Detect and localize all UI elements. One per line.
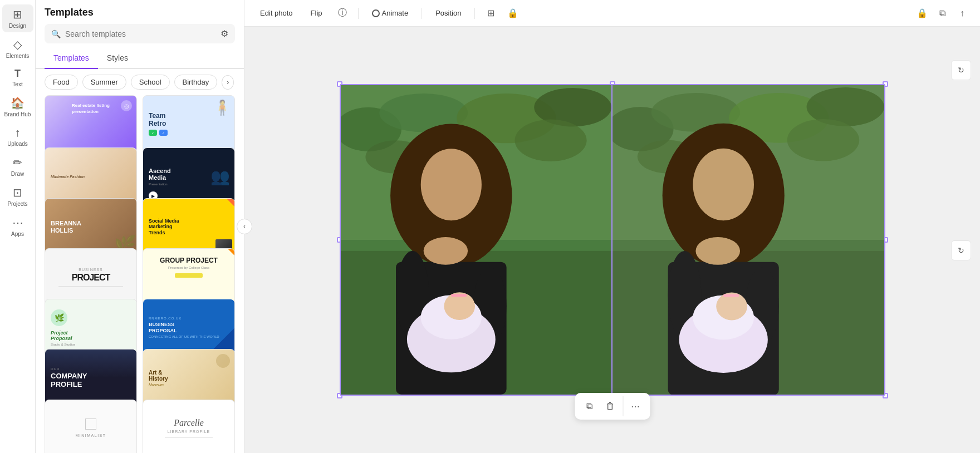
card-company-title: COMPANYPROFILE bbox=[51, 372, 87, 388]
sidebar-label-projects: Projects bbox=[7, 201, 27, 207]
bottom-actions-bar: ⧉ 🗑 ⋯ bbox=[575, 393, 650, 420]
card-group-corner bbox=[228, 249, 234, 255]
panel-header: Templates 🔍 ⚙ bbox=[36, 0, 244, 48]
lock-top-button[interactable]: 🔒 bbox=[913, 4, 931, 22]
sidebar-item-elements[interactable]: ◇ Elements bbox=[2, 35, 33, 62]
template-card-ascend-media[interactable]: AscendMedia Presentation ▶ 👥 bbox=[143, 147, 235, 205]
template-grid: Real estate listingpresentation ◎ TeamRe… bbox=[36, 95, 244, 453]
lock-icon-button[interactable]: 🔒 bbox=[504, 4, 522, 22]
panel-collapse-button[interactable]: ‹ bbox=[237, 219, 252, 234]
edit-photo-button[interactable]: Edit photo bbox=[253, 6, 300, 21]
card-proposal-sub: CONNECTING ALL OF US WITH THE WORLD bbox=[149, 335, 219, 338]
upload-top-button[interactable]: ↑ bbox=[953, 4, 971, 22]
sidebar-label-brand-hub: Brand Hub bbox=[4, 111, 31, 117]
search-input[interactable] bbox=[65, 29, 216, 38]
sidebar-item-projects[interactable]: ⊡ Projects bbox=[2, 183, 33, 210]
copy-top-button[interactable]: ⧉ bbox=[933, 4, 951, 22]
template-card-project-proposal[interactable]: 🌿 ProjectProposal Studio & Studios bbox=[45, 299, 137, 357]
delete-action-button[interactable]: 🗑 bbox=[600, 396, 620, 416]
copy-action-button[interactable]: ⧉ bbox=[579, 396, 599, 416]
template-card-minimalist[interactable]: MINIMALIST bbox=[45, 400, 137, 453]
photo-right-svg bbox=[612, 85, 884, 395]
chip-summer[interactable]: Summer bbox=[82, 75, 126, 90]
canvas-container bbox=[340, 84, 885, 396]
template-card-group-project[interactable]: GROUP PROJECT Presented by College Class bbox=[143, 248, 235, 306]
card-project-icon: 🌿 bbox=[51, 309, 67, 326]
card-business-big: PROJECT bbox=[72, 273, 110, 283]
svg-rect-17 bbox=[451, 294, 467, 297]
refresh-right-button[interactable]: ↻ bbox=[951, 60, 971, 80]
search-icon: 🔍 bbox=[51, 29, 61, 38]
sidebar-item-design[interactable]: ⊞ Design bbox=[2, 4, 33, 32]
card-ascend-title: AscendMedia bbox=[149, 168, 171, 181]
animate-circle-icon bbox=[372, 9, 380, 17]
info-icon-button[interactable]: ⓘ bbox=[334, 4, 351, 22]
text-icon: T bbox=[14, 68, 21, 80]
template-card-fashion[interactable]: Minimade Fashion bbox=[45, 147, 137, 205]
brand-hub-icon: 🏠 bbox=[11, 96, 24, 110]
action-divider bbox=[623, 396, 623, 416]
main-area: Edit photo Flip ⓘ Animate Position ⊞ 🔒 🔒… bbox=[244, 0, 980, 453]
svg-point-26 bbox=[787, 119, 859, 161]
tab-templates[interactable]: Templates bbox=[45, 48, 98, 69]
canvas-area: ↻ ↻ bbox=[244, 27, 980, 453]
chip-school[interactable]: School bbox=[131, 75, 170, 90]
position-button[interactable]: Position bbox=[429, 6, 468, 21]
filter-icon[interactable]: ⚙ bbox=[220, 28, 228, 39]
sidebar-label-uploads: Uploads bbox=[7, 141, 28, 147]
sidebar-item-brand-hub[interactable]: 🏠 Brand Hub bbox=[2, 93, 33, 121]
template-card-business-project[interactable]: BUSINESS PROJECT bbox=[45, 248, 137, 306]
card-business-line bbox=[58, 286, 122, 287]
card-business-label: BUSINESS bbox=[79, 268, 102, 272]
card-art-circle bbox=[216, 354, 230, 368]
tab-styles[interactable]: Styles bbox=[98, 48, 137, 69]
card-project-title: ProjectProposal bbox=[51, 330, 72, 341]
panel-title: Templates bbox=[45, 7, 235, 18]
card-proposal-site: RNMERO.CO.UK bbox=[149, 317, 182, 320]
card-social-title: Social MediaMarketingTrends bbox=[149, 218, 179, 236]
card-breanna-name: BREANNAHOLLIS bbox=[51, 220, 81, 234]
card-art-title: Art &History bbox=[149, 370, 168, 382]
svg-rect-36 bbox=[723, 294, 739, 297]
photo-left-svg bbox=[341, 85, 611, 395]
template-card-team-retro[interactable]: TeamRetro ✓ ✓ 🧍 bbox=[143, 95, 235, 153]
sidebar-item-draw[interactable]: ✏ Draw bbox=[2, 152, 33, 180]
sidebar-label-elements: Elements bbox=[6, 53, 30, 59]
card-group-bar bbox=[175, 273, 203, 278]
sidebar-label-text: Text bbox=[12, 81, 22, 87]
canvas-image[interactable] bbox=[340, 84, 885, 396]
card-parcelle-sub: LIBRARY PROFILE bbox=[168, 430, 210, 434]
card-minimalist-icon bbox=[85, 418, 96, 430]
grid-icon-button[interactable]: ⊞ bbox=[482, 4, 499, 22]
sidebar-item-apps[interactable]: ⋯ Apps bbox=[2, 213, 33, 240]
top-toolbar: Edit photo Flip ⓘ Animate Position ⊞ 🔒 🔒… bbox=[244, 0, 980, 27]
flip-button[interactable]: Flip bbox=[304, 6, 329, 21]
template-card-company-profile[interactable]: OUR COMPANYPROFILE bbox=[45, 349, 137, 407]
chip-birthday[interactable]: Birthday bbox=[174, 75, 218, 90]
card-group-sub: Presented by College Class bbox=[168, 266, 209, 269]
template-card-art-history[interactable]: Art &History Museum bbox=[143, 349, 235, 407]
card-minimalist-title: MINIMALIST bbox=[75, 434, 106, 437]
refresh-right-button-2[interactable]: ↻ bbox=[951, 240, 971, 260]
template-card-business-proposal[interactable]: RNMERO.CO.UK BUSINESSPROPOSAL CONNECTING… bbox=[143, 299, 235, 357]
chip-more-icon[interactable]: › bbox=[222, 75, 234, 90]
template-card-parcelle[interactable]: Parcelle LIBRARY PROFILE bbox=[143, 400, 235, 453]
sidebar-label-draw: Draw bbox=[11, 171, 24, 177]
photo-left bbox=[341, 85, 612, 395]
more-action-button[interactable]: ⋯ bbox=[625, 396, 645, 416]
templates-panel-wrapper: Templates 🔍 ⚙ Templates Styles Food Summ… bbox=[36, 0, 244, 453]
chip-food[interactable]: Food bbox=[45, 75, 78, 90]
draw-icon: ✏ bbox=[13, 156, 22, 169]
template-card-breanna[interactable]: BREANNAHOLLIS 🌿 bbox=[45, 198, 137, 256]
template-card-social-media[interactable]: Social MediaMarketingTrends bbox=[143, 198, 235, 256]
right-toolbar: ↻ ↻ bbox=[951, 60, 971, 260]
sidebar-item-uploads[interactable]: ↑ Uploads bbox=[2, 123, 33, 150]
sidebar-item-text[interactable]: T Text bbox=[2, 65, 33, 91]
animate-button[interactable]: Animate bbox=[365, 6, 415, 21]
templates-panel: Templates 🔍 ⚙ Templates Styles Food Summ… bbox=[36, 0, 244, 453]
card-proposal-title: BUSINESSPROPOSAL bbox=[149, 322, 177, 334]
template-card-real-estate[interactable]: Real estate listingpresentation ◎ bbox=[45, 95, 137, 153]
svg-point-18 bbox=[423, 237, 467, 265]
toolbar-divider-2 bbox=[422, 8, 422, 19]
design-icon: ⊞ bbox=[13, 8, 22, 21]
